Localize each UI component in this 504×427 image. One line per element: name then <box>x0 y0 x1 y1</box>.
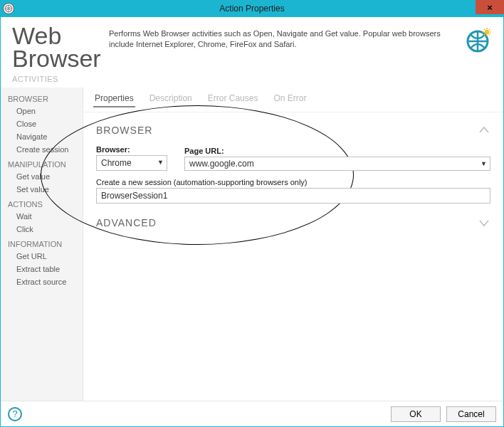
footer: ? OK Cancel <box>1 401 503 426</box>
sidebar-group-browser: BROWSER <box>1 90 83 105</box>
sidebar-item-navigate[interactable]: Navigate <box>1 130 83 143</box>
section-advanced-header[interactable]: ADVANCED <box>96 212 490 233</box>
svg-line-8 <box>489 34 490 35</box>
session-label: Create a new session (automation-support… <box>96 178 490 186</box>
tab-description[interactable]: Description <box>148 90 194 107</box>
tab-on-error[interactable]: On Error <box>272 90 308 107</box>
sidebar-item-create-session[interactable]: Create session <box>1 143 83 156</box>
header: Web Browser Performs Web Browser activit… <box>1 17 503 70</box>
page-title: Web Browser <box>12 24 98 70</box>
section-browser-header[interactable]: BROWSER <box>96 120 490 141</box>
tab-error-causes[interactable]: Error Causes <box>206 90 260 107</box>
chevron-up-icon <box>478 124 490 137</box>
section-browser-title: BROWSER <box>96 125 152 136</box>
sidebar-item-get-value[interactable]: Get value <box>1 170 83 183</box>
globe-icon <box>462 26 492 56</box>
browser-label: Browser: <box>96 145 176 154</box>
ok-button[interactable]: OK <box>391 406 441 422</box>
page-url-input[interactable]: www.google.com ▼ <box>184 157 490 171</box>
titlebar: Action Properties × <box>0 0 504 17</box>
window-close-button[interactable]: × <box>476 0 504 14</box>
sidebar-item-open[interactable]: Open <box>1 105 83 117</box>
tab-properties[interactable]: Properties <box>93 90 135 107</box>
sidebar-item-get-url[interactable]: Get URL <box>1 250 83 263</box>
sidebar-item-close[interactable]: Close <box>1 117 83 130</box>
browser-select[interactable]: Chrome ▼ <box>96 155 167 171</box>
cancel-button[interactable]: Cancel <box>446 406 496 422</box>
section-advanced-title: ADVANCED <box>96 217 157 228</box>
browser-select-value: Chrome <box>101 158 132 168</box>
help-button[interactable]: ? <box>8 407 22 421</box>
sidebar-group-information: INFORMATION <box>1 236 83 250</box>
svg-line-10 <box>484 34 485 35</box>
properties-pane: BROWSER Browser: Chrome ▼ Page URL: <box>83 112 503 241</box>
sidebar-item-extract-table[interactable]: Extract table <box>1 263 83 275</box>
header-description: Performs Web Browser activities such as … <box>109 24 451 51</box>
main-columns: BROWSER Open Close Navigate Create sessi… <box>1 88 503 401</box>
window-title: Action Properties <box>0 4 504 14</box>
window-body: Web Browser Performs Web Browser activit… <box>0 17 504 427</box>
sidebar-item-wait[interactable]: Wait <box>1 210 83 223</box>
sidebar-item-click[interactable]: Click <box>1 223 83 236</box>
caret-down-icon: ▼ <box>481 160 487 167</box>
session-value: BrowserSession1 <box>101 191 167 201</box>
tabs: Properties Description Error Causes On E… <box>83 88 503 112</box>
sidebar-item-set-value[interactable]: Set value <box>1 183 83 196</box>
activities-label: ACTIVITIES <box>1 70 503 88</box>
caret-down-icon: ▼ <box>157 159 164 166</box>
sidebar: BROWSER Open Close Navigate Create sessi… <box>1 88 83 401</box>
svg-line-7 <box>484 29 485 30</box>
content-area: Properties Description Error Causes On E… <box>83 88 503 401</box>
chevron-down-icon <box>478 216 490 229</box>
page-url-value: www.google.com <box>189 159 254 169</box>
sidebar-item-extract-source[interactable]: Extract source <box>1 275 83 288</box>
session-input[interactable]: BrowserSession1 <box>96 188 490 204</box>
sidebar-group-actions: ACTIONS <box>1 196 83 210</box>
svg-line-9 <box>489 29 490 30</box>
sidebar-group-manipulation: MANIPULATION <box>1 156 83 170</box>
page-url-label: Page URL: <box>184 147 490 155</box>
svg-point-2 <box>485 30 489 34</box>
